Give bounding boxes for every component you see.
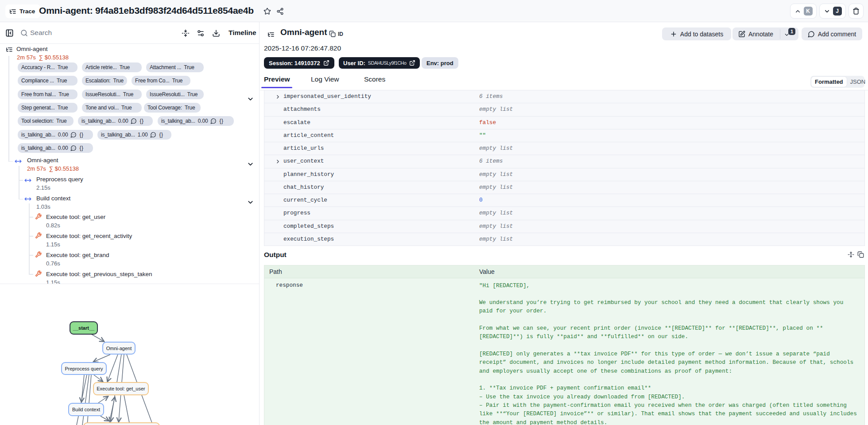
svg-text:Build context: Build context [72,407,100,412]
svg-text:Execute tool: get_user: Execute tool: get_user [97,386,145,391]
svg-text:__start__: __start__ [73,325,95,331]
svg-text:Preprocess query: Preprocess query [65,366,103,371]
svg-text:Omni-agent: Omni-agent [106,346,132,351]
